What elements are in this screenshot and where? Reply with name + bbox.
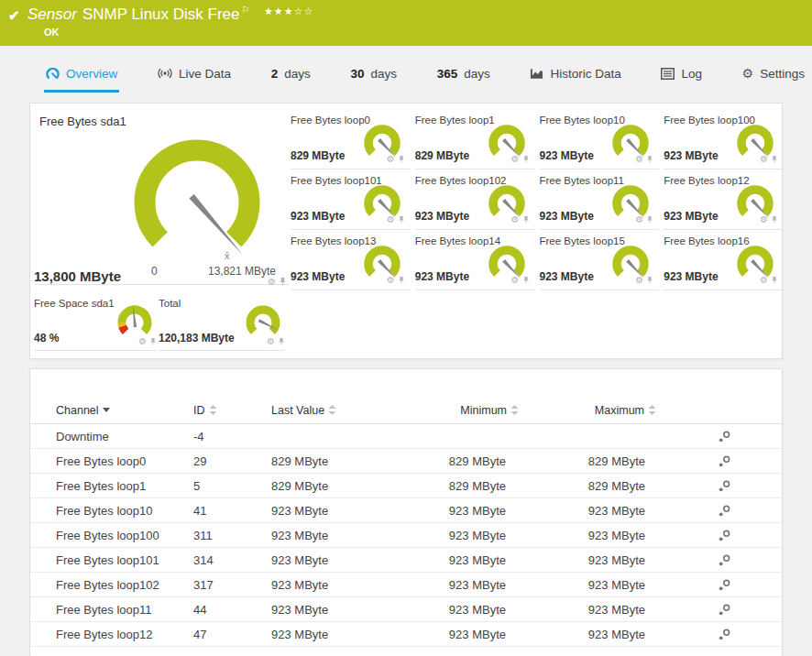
gauge-title: Free Bytes loop1 xyxy=(415,115,495,126)
sort-icon xyxy=(209,405,217,415)
flag-icon[interactable]: ⚐ xyxy=(242,5,250,15)
cell-maximum: 923 MByte xyxy=(519,578,656,592)
channel-settings-icon[interactable] xyxy=(719,480,730,492)
gauge-cell: Free Bytes loop1 829 MByte ⚙ xyxy=(415,109,535,169)
gauge-value: 120,183 MByte xyxy=(159,332,235,344)
channel-settings-icon[interactable] xyxy=(719,530,730,541)
pin-icon[interactable] xyxy=(771,155,778,164)
gauge-cell: Free Bytes loop15 923 MByte ⚙ xyxy=(540,230,660,290)
gauge-settings-gear-icon[interactable]: ⚙ xyxy=(760,215,768,224)
gauge-settings-gear-icon[interactable]: ⚙ xyxy=(511,155,520,164)
cell-channel: Downtime xyxy=(56,430,193,443)
tab-2-days[interactable]: 2 days xyxy=(269,57,313,93)
gauge-settings-gear-icon[interactable]: ⚙ xyxy=(138,337,147,346)
pin-icon[interactable] xyxy=(646,276,653,285)
gauge-settings-gear-icon[interactable]: ⚙ xyxy=(760,155,768,164)
gauge-value: 923 MByte xyxy=(415,270,469,283)
column-header-minimum[interactable]: Minimum xyxy=(427,404,519,417)
bottom-gauge-row: Free Space sda1 48 % ⚙ Total 120,183 MBy… xyxy=(34,294,285,351)
pin-icon[interactable] xyxy=(771,215,778,224)
tab-live-data[interactable]: Live Data xyxy=(156,57,233,93)
gauge-settings-gear-icon[interactable]: ⚙ xyxy=(760,276,768,285)
pin-icon[interactable] xyxy=(522,155,530,164)
gauge-settings-gear-icon[interactable]: ⚙ xyxy=(387,276,395,285)
tab-settings[interactable]: ⚙ Settings xyxy=(741,57,807,93)
pin-icon[interactable] xyxy=(278,337,285,346)
cell-minimum: 923 MByte xyxy=(427,628,519,641)
pin-icon[interactable] xyxy=(279,277,287,287)
column-header-maximum[interactable]: Maximum xyxy=(519,404,656,417)
tab-365-days[interactable]: 365 days xyxy=(435,57,492,93)
cell-minimum: 923 MByte xyxy=(427,553,519,567)
channel-settings-icon[interactable] xyxy=(719,604,730,616)
channel-settings-icon[interactable] xyxy=(719,455,730,467)
pin-icon[interactable] xyxy=(771,276,778,285)
cell-maximum: 923 MByte xyxy=(519,603,656,617)
average-marker: x̄ xyxy=(225,250,230,261)
cell-last-value: 829 MByte xyxy=(271,479,427,493)
table-row: Free Bytes loop11 44 923 MByte 923 MByte… xyxy=(30,597,782,622)
gauge-settings-gear-icon[interactable]: ⚙ xyxy=(635,276,643,285)
pin-icon[interactable] xyxy=(522,276,530,285)
priority-stars[interactable]: ★★★☆☆ xyxy=(264,5,313,17)
channel-settings-icon[interactable] xyxy=(719,629,730,640)
gauge-value: 923 MByte xyxy=(664,210,718,223)
total-gauge xyxy=(243,301,283,342)
gauge-settings-gear-icon[interactable]: ⚙ xyxy=(635,155,643,164)
gauge-value: 829 MByte xyxy=(415,149,469,162)
cell-maximum: 923 MByte xyxy=(519,504,656,518)
tab-log[interactable]: Log xyxy=(659,57,704,93)
gauge-settings-gear-icon[interactable]: ⚙ xyxy=(511,276,520,285)
table-row: Free Bytes loop10 41 923 MByte 923 MByte… xyxy=(30,498,782,523)
column-header-channel[interactable]: Channel xyxy=(56,404,193,417)
cell-channel: Free Bytes loop0 xyxy=(56,454,193,468)
column-header-last-value[interactable]: Last Value xyxy=(271,404,427,417)
cell-channel: Free Bytes loop10 xyxy=(56,504,193,518)
cell-channel: Free Bytes loop11 xyxy=(56,603,193,617)
tab-overview-label: Overview xyxy=(66,67,117,81)
pin-icon[interactable] xyxy=(149,337,157,346)
pin-icon[interactable] xyxy=(646,215,653,224)
cell-id: 311 xyxy=(193,529,271,542)
table-row: Free Bytes loop100 311 923 MByte 923 MBy… xyxy=(30,523,782,548)
gauge-value: 923 MByte xyxy=(291,270,345,283)
cell-minimum: 923 MByte xyxy=(427,578,519,592)
cell-minimum: 829 MByte xyxy=(427,454,519,468)
pin-icon[interactable] xyxy=(398,276,405,285)
pin-icon[interactable] xyxy=(646,155,653,164)
gauge-settings-gear-icon[interactable]: ⚙ xyxy=(387,215,395,224)
channel-settings-icon[interactable] xyxy=(719,505,730,517)
gauge-settings-gear-icon[interactable]: ⚙ xyxy=(267,337,275,346)
cell-minimum: 829 MByte xyxy=(427,479,519,493)
sensor-title: SensorSNMP Linux Disk Free⚐ xyxy=(27,5,249,24)
tab-overview[interactable]: Overview xyxy=(44,57,119,93)
cell-id: 44 xyxy=(193,603,271,617)
channel-settings-icon[interactable] xyxy=(719,431,730,443)
sort-icon xyxy=(648,405,656,415)
pin-icon[interactable] xyxy=(522,215,530,224)
table-row: Free Bytes loop102 317 923 MByte 923 MBy… xyxy=(30,573,782,597)
channel-settings-icon[interactable] xyxy=(719,554,730,566)
cell-id: 314 xyxy=(193,553,271,567)
gauge-value: 48 % xyxy=(34,332,59,344)
sort-desc-icon xyxy=(103,408,110,412)
cell-last-value: 923 MByte xyxy=(271,553,427,567)
pin-icon[interactable] xyxy=(398,215,405,224)
channel-settings-icon[interactable] xyxy=(719,579,730,591)
tab-30-days[interactable]: 30 days xyxy=(348,57,399,93)
gauge-value: 923 MByte xyxy=(415,210,469,223)
gauge-title: Total xyxy=(159,298,181,309)
tab-historic-data[interactable]: Historic Data xyxy=(528,57,622,93)
gauge-settings-gear-icon[interactable]: ⚙ xyxy=(511,215,520,224)
column-header-id[interactable]: ID xyxy=(193,404,271,417)
cell-maximum: 923 MByte xyxy=(519,553,656,567)
gauge-settings-gear-icon[interactable]: ⚙ xyxy=(635,215,643,224)
table-header-row: Channel ID Last Value Minimum xyxy=(30,397,782,424)
gauge-settings-gear-icon[interactable]: ⚙ xyxy=(387,155,395,164)
free-space-gauge-cell: Free Space sda1 48 % ⚙ xyxy=(34,294,157,351)
gauge-settings-gear-icon[interactable]: ⚙ xyxy=(268,278,276,287)
table-row: Free Bytes loop101 314 923 MByte 923 MBy… xyxy=(30,548,782,573)
cell-channel: Free Bytes loop12 xyxy=(56,628,193,641)
pin-icon[interactable] xyxy=(398,155,405,164)
log-icon xyxy=(661,68,675,80)
